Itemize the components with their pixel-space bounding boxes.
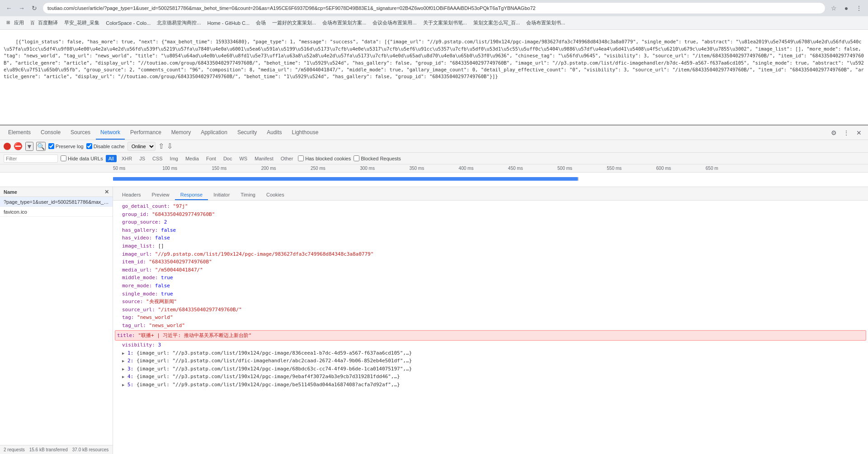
has-blocked-cookies-label[interactable]: Has blocked cookies	[298, 155, 351, 161]
bookmark-venue2-label: 会场布置策划书...	[526, 19, 565, 26]
hide-data-urls-checkbox[interactable]	[61, 155, 66, 161]
json-line-item-5[interactable]: ▶ 5: {image_url: "//p9.pstatp.com/list/1…	[115, 381, 866, 389]
bookmark-strategy[interactable]: 策划文案怎么写_百...	[471, 18, 523, 28]
json-line-source: source: "央视网新闻"	[115, 298, 866, 306]
json-line-item-2[interactable]: ▶ 2: {image_url: "//p1.pstatp.com/list/d…	[115, 357, 866, 365]
filter-css-button[interactable]: CSS	[150, 155, 165, 162]
json-line-item-4[interactable]: ▶ 4: {image_url: "//p3.pstatp.com/list/1…	[115, 373, 866, 381]
devtools-panel: Elements Console Sources Network Perform…	[0, 125, 868, 454]
back-button[interactable]: ←	[4, 3, 14, 14]
requests-count: 2 requests	[4, 447, 25, 452]
expand-icon-2: ▶	[122, 359, 124, 363]
filter-doc-button[interactable]: Doc	[221, 155, 235, 162]
filter-xhr-button[interactable]: XHR	[119, 155, 134, 162]
star-button[interactable]: ☆	[828, 3, 839, 14]
tab-sources[interactable]: Sources	[66, 126, 95, 140]
bookmark-venue[interactable]: 会场	[253, 18, 269, 28]
response-content[interactable]: go_detail_count: "97j" group_id: "684335…	[113, 201, 868, 454]
detail-tab-initiator[interactable]: Initiator	[208, 190, 235, 200]
detail-tab-preview[interactable]: Preview	[146, 190, 175, 200]
bookmark-meeting-label: 会议会场布置策用...	[373, 19, 416, 26]
json-line-source-url: source_url: "/item/684335040297749760B/"	[115, 306, 866, 314]
address-bar[interactable]	[42, 2, 826, 14]
bookmark-copy[interactable]: 一篇好的文案策划...	[269, 18, 319, 28]
forward-button[interactable]: →	[16, 3, 27, 14]
json-raw-text: [{"login_status": false, "has_more": tru…	[4, 39, 864, 79]
settings-button[interactable]: ⚙	[828, 127, 839, 138]
tab-memory[interactable]: Memory	[167, 126, 195, 140]
tab-application[interactable]: Application	[196, 126, 232, 140]
bookmark-meeting[interactable]: 会议会场布置策用...	[370, 18, 419, 28]
filter-font-button[interactable]: Font	[204, 155, 218, 162]
main-content: [{"login_status": false, "has_more": tru…	[0, 30, 868, 454]
filter-other-button[interactable]: Other	[278, 155, 296, 162]
detail-tab-response[interactable]: Response	[175, 190, 208, 200]
ruler-label-300: 300 ms	[360, 166, 375, 171]
tab-lighthouse[interactable]: Lighthouse	[288, 126, 323, 140]
filter-all-button[interactable]: All	[106, 155, 117, 162]
blocked-requests-label[interactable]: Blocked Requests	[354, 155, 401, 161]
has-blocked-cookies-checkbox[interactable]	[298, 155, 304, 161]
detail-tab-timing[interactable]: Timing	[235, 190, 261, 200]
url-input[interactable]	[47, 5, 821, 11]
hide-data-urls-label[interactable]: Hide data URLs	[61, 155, 103, 161]
tab-audits[interactable]: Audits	[262, 126, 286, 140]
clear-button[interactable]: ⛔	[14, 142, 23, 150]
filter-toggle-button[interactable]: ▼	[25, 142, 33, 151]
import-button[interactable]: ⇧	[158, 142, 164, 150]
bookmark-plan[interactable]: 会场布置策划方案...	[320, 18, 369, 28]
close-devtools-button[interactable]: ✕	[854, 127, 864, 138]
bookmark-baidu[interactable]: 百 百度翻译	[28, 18, 61, 28]
bookmark-flower[interactable]: 早安_花耕_采集	[61, 18, 102, 28]
filter-ws-button[interactable]: WS	[237, 155, 250, 162]
bookmark-apps[interactable]: ⊞ 应用	[4, 18, 27, 28]
json-line-single-mode: single_mode: true	[115, 290, 866, 298]
reload-button[interactable]: ↻	[29, 3, 40, 14]
detail-tab-headers[interactable]: Headers	[117, 190, 146, 200]
filter-img-button[interactable]: Img	[168, 155, 180, 162]
ruler-label-250: 250 ms	[311, 166, 326, 171]
account-button[interactable]: ●	[841, 3, 852, 14]
json-line-item-1[interactable]: ▶ 1: {image_url: "//p3.pstatp.com/list/1…	[115, 349, 866, 357]
filter-media-button[interactable]: Media	[183, 155, 201, 162]
throttle-select[interactable]: Online	[127, 142, 156, 151]
ruler-label-650: 650 m	[706, 166, 718, 171]
tab-console[interactable]: Console	[36, 126, 65, 140]
network-toolbar: ⛔ ▼ 🔍 Preserve log Disable cache Online …	[0, 140, 868, 153]
ruler-label-350: 350 ms	[409, 166, 424, 171]
filter-js-button[interactable]: JS	[137, 155, 147, 162]
bookmark-beijing[interactable]: 北京德易堂淘商控...	[154, 18, 203, 28]
bookmark-copywrite-label: 关于文案策划书笔...	[423, 19, 467, 26]
search-button[interactable]: 🔍	[36, 142, 46, 151]
filter-input[interactable]	[4, 154, 58, 163]
bookmark-beijing-label: 北京德易堂淘商控...	[157, 19, 201, 26]
close-details-button[interactable]: ✕	[104, 189, 109, 195]
bookmark-github[interactable]: Home - GitHub C...	[204, 19, 252, 27]
preserve-log-label[interactable]: Preserve log	[48, 143, 84, 149]
json-line-more-mode: more_mode: false	[115, 282, 866, 290]
browser-chrome: ← → ↻ ☆ ● ⋮	[0, 0, 868, 16]
record-button[interactable]	[4, 143, 11, 150]
export-button[interactable]: ⇩	[167, 142, 173, 150]
tab-security[interactable]: Security	[233, 126, 261, 140]
details-tabs: Headers Preview Response Initiator Timin…	[113, 187, 868, 201]
disable-cache-label[interactable]: Disable cache	[86, 143, 125, 149]
preserve-log-checkbox[interactable]	[48, 143, 54, 149]
request-item-favicon[interactable]: favicon.ico	[0, 207, 113, 217]
bookmark-colorspace[interactable]: ColorSpace - Colo...	[103, 19, 153, 27]
detail-tab-cookies[interactable]: Cookies	[261, 190, 290, 200]
json-line-item-3[interactable]: ▶ 3: {image_url: "//p3.pstatp.com/list/1…	[115, 365, 866, 373]
split-pane: Name ✕ ?page_type=1&user_id=50025817786&…	[0, 187, 868, 454]
filter-manifest-button[interactable]: Manifest	[252, 155, 276, 162]
tab-network[interactable]: Network	[96, 126, 125, 140]
tab-elements[interactable]: Elements	[4, 126, 35, 140]
blocked-requests-checkbox[interactable]	[354, 155, 359, 161]
disable-cache-checkbox[interactable]	[86, 143, 92, 149]
tab-performance[interactable]: Performance	[126, 126, 166, 140]
bookmark-copywrite[interactable]: 关于文案策划书笔...	[420, 18, 470, 28]
request-item-main[interactable]: ?page_type=1&user_id=50025817786&max_be.…	[0, 197, 113, 207]
expand-icon-3: ▶	[122, 367, 124, 371]
menu-button[interactable]: ⋮	[854, 3, 864, 14]
more-button[interactable]: ⋮	[841, 127, 852, 138]
bookmark-venue2[interactable]: 会场布置策划书...	[524, 18, 568, 28]
